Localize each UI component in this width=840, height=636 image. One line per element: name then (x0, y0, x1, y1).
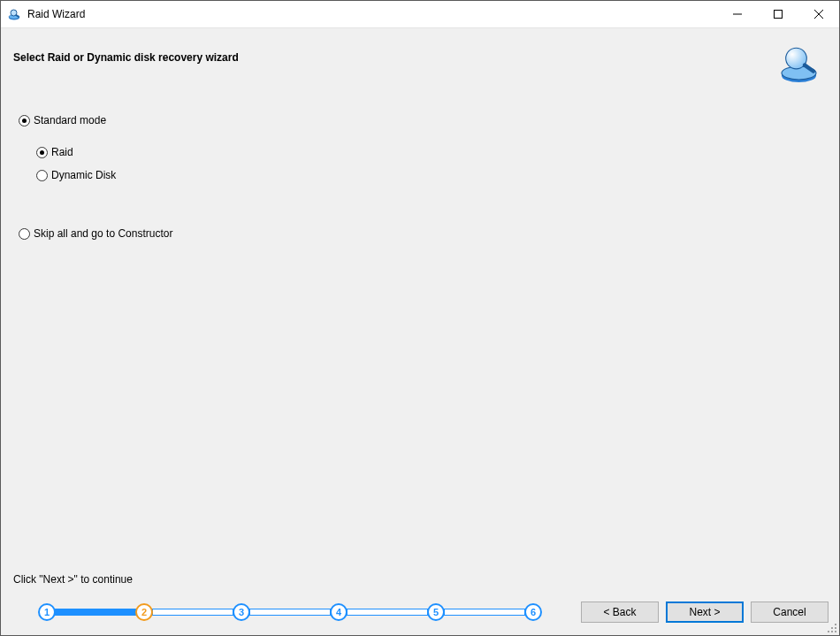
step-indicator: 1 2 3 4 5 6 (38, 602, 563, 622)
radio-raid[interactable]: Raid (36, 146, 821, 158)
svg-point-19 (831, 631, 833, 632)
radio-skip-constructor[interactable]: Skip all and go to Constructor (19, 227, 821, 240)
radio-label: Standard mode (34, 114, 106, 126)
step-segment (444, 609, 525, 616)
window-title: Raid Wizard (27, 8, 85, 20)
step-segment (347, 609, 428, 616)
step-segment (249, 609, 331, 616)
radio-standard-mode[interactable]: Standard mode (19, 114, 821, 126)
titlebar[interactable]: Raid Wizard (1, 1, 839, 27)
radio-label: Skip all and go to Constructor (34, 227, 172, 240)
radio-label: Dynamic Disk (51, 169, 116, 181)
minimize-button[interactable] (717, 1, 758, 27)
step-segment (55, 609, 136, 616)
close-button[interactable] (798, 1, 839, 27)
radio-icon (36, 170, 48, 181)
step-3: 3 (233, 603, 250, 621)
svg-point-17 (835, 627, 836, 629)
content-area: Select Raid or Dynamic disk recovery wiz… (1, 27, 839, 635)
page-title: Select Raid or Dynamic disk recovery wiz… (13, 51, 239, 64)
step-1: 1 (38, 603, 56, 621)
radio-icon (36, 147, 48, 158)
step-4: 4 (330, 603, 347, 621)
step-2: 2 (135, 603, 153, 621)
back-button[interactable]: < Back (581, 602, 659, 623)
step-5: 5 (427, 603, 445, 621)
svg-point-15 (835, 624, 836, 625)
radio-dynamic-disk[interactable]: Dynamic Disk (36, 169, 821, 181)
cancel-button[interactable]: Cancel (751, 602, 829, 623)
radio-icon (19, 228, 30, 240)
step-6: 6 (524, 603, 542, 621)
window: Raid Wizard Select Raid or Dynamic disk … (0, 0, 840, 636)
radio-icon (19, 115, 30, 126)
wizard-logo-icon (779, 42, 821, 88)
svg-point-18 (828, 631, 829, 632)
radio-label: Raid (51, 146, 73, 158)
resize-grip-icon[interactable] (827, 623, 837, 633)
maximize-button[interactable] (758, 1, 798, 27)
step-segment (152, 609, 233, 616)
svg-point-20 (835, 631, 836, 632)
app-icon (8, 7, 22, 21)
svg-point-16 (831, 627, 833, 629)
next-button[interactable]: Next > (666, 602, 744, 623)
svg-rect-6 (775, 11, 783, 19)
window-controls (717, 1, 839, 27)
hint-text: Click "Next >" to continue (13, 573, 829, 586)
